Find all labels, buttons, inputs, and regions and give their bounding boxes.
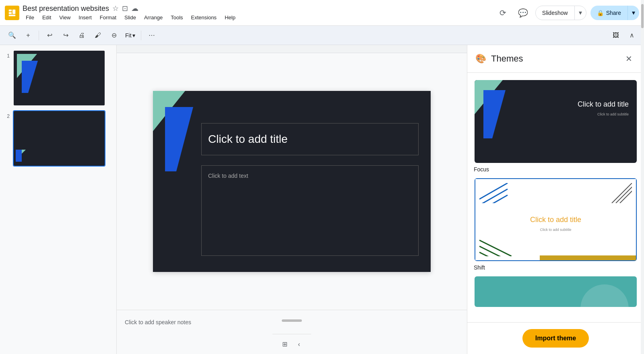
- zoom-select[interactable]: Fit ▾: [123, 28, 138, 43]
- menu-slide[interactable]: Slide: [121, 14, 139, 21]
- share-main-btn[interactable]: 🔒 Share: [590, 6, 628, 20]
- redo-btn[interactable]: ↪: [58, 28, 73, 43]
- zoom-dropdown-icon: ▾: [132, 32, 135, 39]
- teal-circle-deco: [580, 284, 629, 307]
- shift-lines-top-svg: [479, 183, 512, 203]
- import-theme-btn[interactable]: Import theme: [522, 329, 589, 348]
- doc-title: Best presentation websites: [23, 4, 109, 13]
- menu-tools[interactable]: Tools: [167, 14, 186, 21]
- folder-icon[interactable]: ⊡: [122, 4, 128, 13]
- theme-focus-name: Focus: [474, 166, 638, 173]
- teal-thumb-inner: [475, 276, 637, 307]
- svg-rect-0: [9, 9, 12, 11]
- share-label: Share: [606, 10, 621, 16]
- slide-1-thumb[interactable]: [13, 50, 105, 106]
- app-logo: [5, 6, 19, 20]
- menu-insert[interactable]: Insert: [75, 14, 95, 21]
- slide-2-thumb[interactable]: [13, 110, 105, 167]
- slide-canvas[interactable]: Click to add title Click to add text: [153, 91, 431, 272]
- thumb-blue-deco: [22, 61, 38, 93]
- themes-footer: Import theme: [467, 322, 644, 354]
- speaker-notes-text: Click to add speaker notes: [125, 319, 191, 325]
- menu-edit[interactable]: Edit: [39, 14, 54, 21]
- toolbar-divider-1: [39, 31, 39, 40]
- themes-icon: 🎨: [475, 54, 486, 64]
- slideshow-dropdown-arrow[interactable]: ▾: [575, 6, 586, 20]
- themes-panel-title: Themes: [491, 54, 523, 64]
- doc-title-row: Best presentation websites ☆ ⊡ ☁: [23, 4, 492, 13]
- theme-focus-thumb[interactable]: Click to add title Click to add subtitle: [474, 79, 638, 164]
- horizontal-ruler: [117, 45, 467, 53]
- paint-format-btn[interactable]: 🖌: [91, 28, 105, 43]
- scroll-indicator: [282, 319, 302, 322]
- history-icon-btn[interactable]: ⟳: [495, 5, 511, 21]
- top-right: ⟳ 💬 Slideshow ▾ 🔒 Share ▾: [495, 5, 639, 21]
- menu-help[interactable]: Help: [221, 14, 239, 21]
- slide-canvas-container: Click to add title Click to add text: [117, 53, 467, 310]
- themes-list: Click to add title Click to add subtitle…: [467, 73, 644, 322]
- doc-icons: ☆ ⊡ ☁: [112, 4, 138, 13]
- menu-view[interactable]: View: [56, 14, 74, 21]
- share-button[interactable]: 🔒 Share ▾: [590, 6, 639, 20]
- themes-title-row: 🎨 Themes: [475, 54, 523, 64]
- theme-shift-name: Shift: [474, 264, 638, 271]
- cloud-icon[interactable]: ☁: [131, 4, 138, 13]
- slide-2-num: 2: [3, 113, 10, 119]
- slideshow-button[interactable]: Slideshow ▾: [535, 6, 586, 20]
- slide-2-wrapper: 2: [3, 110, 113, 167]
- shift-bar-gold: [540, 255, 636, 260]
- theme-shift-item[interactable]: Click to add title Click to add subtitle…: [474, 177, 638, 271]
- toolbar-right: 🖼 ∧: [609, 28, 639, 43]
- svg-rect-2: [12, 9, 15, 14]
- collapse-toolbar-btn[interactable]: ∧: [625, 28, 639, 43]
- menu-file[interactable]: File: [23, 14, 37, 21]
- toolbar-divider-2: [141, 31, 141, 40]
- themes-header: 🎨 Themes ✕: [467, 45, 644, 73]
- shift-subtitle-text: Click to add subtitle: [540, 228, 571, 232]
- lock-icon: 🔒: [597, 10, 604, 16]
- print-btn[interactable]: 🖨: [74, 28, 89, 43]
- grid-view-btn[interactable]: ⊞: [277, 337, 292, 352]
- zoom-out-btn[interactable]: ⊖: [107, 28, 121, 43]
- star-icon[interactable]: ☆: [112, 4, 119, 13]
- speaker-notes[interactable]: Click to add speaker notes: [117, 310, 467, 334]
- svg-rect-3: [9, 14, 16, 16]
- themes-scrollbar-track[interactable]: [641, 45, 644, 354]
- comments-icon-btn[interactable]: 💬: [515, 5, 531, 21]
- menu-format[interactable]: Format: [97, 14, 120, 21]
- slide-text-placeholder: Click to add text: [208, 173, 248, 179]
- more-options-btn[interactable]: ⋯: [144, 28, 159, 43]
- slide-panel: 1 2: [0, 45, 117, 354]
- toolbar: 🔍 + ↩ ↪ 🖨 🖌 ⊖ Fit ▾ ⋯ 🖼 ∧: [0, 26, 644, 45]
- slide-deco-blue: [165, 107, 193, 171]
- slide-title-box[interactable]: Click to add title: [201, 123, 419, 155]
- canvas-area: Click to add title Click to add text Cli…: [117, 45, 467, 354]
- shift-title-text: Click to add title: [530, 216, 581, 224]
- theme-teal-thumb[interactable]: [474, 276, 638, 308]
- theme-teal-item[interactable]: [474, 276, 638, 308]
- theme-focus-item[interactable]: Click to add title Click to add subtitle…: [474, 79, 638, 173]
- menu-extensions[interactable]: Extensions: [188, 14, 220, 21]
- theme-shift-thumb[interactable]: Click to add title Click to add subtitle: [474, 177, 638, 262]
- shift-thumb-inner: Click to add title Click to add subtitle: [475, 178, 637, 261]
- collapse-panel-btn[interactable]: ‹: [292, 337, 306, 352]
- themes-close-btn[interactable]: ✕: [621, 51, 636, 66]
- undo-btn[interactable]: ↩: [42, 28, 57, 43]
- zoom-in-btn[interactable]: +: [21, 28, 35, 43]
- themes-panel: 🎨 Themes ✕ Click to add title Click to a…: [467, 45, 644, 354]
- svg-line-7: [612, 183, 632, 203]
- focus-blue-deco: [483, 90, 506, 138]
- menu-arrange[interactable]: Arrange: [141, 14, 166, 21]
- slide-2-inner: [14, 111, 105, 166]
- zoom-label: Fit: [125, 32, 132, 39]
- shift-lines-corner-svg: [608, 183, 632, 203]
- shift-lines-bottom-svg: [479, 236, 512, 256]
- insert-image-btn[interactable]: 🖼: [609, 28, 623, 43]
- search-btn[interactable]: 🔍: [5, 28, 19, 43]
- slide-text-box[interactable]: Click to add text: [201, 165, 419, 256]
- slideshow-main-btn[interactable]: Slideshow: [536, 6, 575, 20]
- bottom-bar: ⊞ ‹: [272, 334, 311, 354]
- doc-info: Best presentation websites ☆ ⊡ ☁ File Ed…: [23, 4, 492, 21]
- share-dropdown-arrow[interactable]: ▾: [628, 6, 639, 20]
- top-bar: Best presentation websites ☆ ⊡ ☁ File Ed…: [0, 0, 644, 26]
